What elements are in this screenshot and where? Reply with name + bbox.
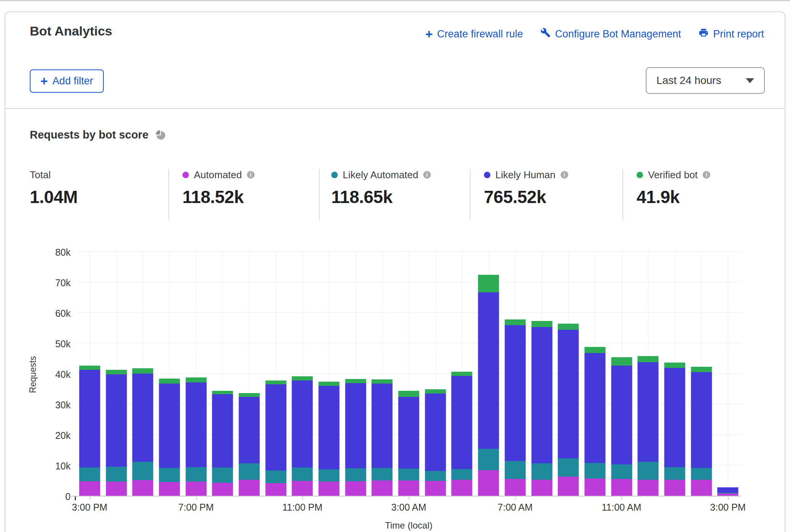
bar-segment-automated[interactable] <box>212 483 233 496</box>
bar-segment-verified-bot[interactable] <box>478 275 499 292</box>
bar-segment-likely-human[interactable] <box>717 487 738 493</box>
bar-segment-automated[interactable] <box>451 480 472 496</box>
bar-segment-likely-human[interactable] <box>425 393 446 471</box>
bar[interactable] <box>239 393 260 496</box>
bar[interactable] <box>664 363 685 496</box>
bar-segment-likely-human[interactable] <box>372 384 393 468</box>
bar-segment-likely-human[interactable] <box>664 368 685 467</box>
bar-segment-automated[interactable] <box>611 479 632 496</box>
bar[interactable] <box>584 347 605 496</box>
stat-likely-automated[interactable]: Likely Automatedi118.65k <box>331 169 431 207</box>
bar-segment-likely-automated[interactable] <box>239 463 260 479</box>
bar-segment-likely-human[interactable] <box>691 372 712 468</box>
bar[interactable] <box>265 380 286 496</box>
bar-segment-likely-automated[interactable] <box>425 471 446 481</box>
info-icon[interactable]: i <box>247 171 255 179</box>
bar-segment-verified-bot[interactable] <box>398 391 419 397</box>
bar-segment-automated[interactable] <box>531 480 552 496</box>
bar-segment-automated[interactable] <box>159 482 180 496</box>
bar[interactable] <box>159 379 180 496</box>
bar-segment-automated[interactable] <box>106 482 127 496</box>
bar-segment-verified-bot[interactable] <box>611 357 632 366</box>
bar-segment-likely-automated[interactable] <box>345 468 366 481</box>
bar-segment-likely-automated[interactable] <box>159 468 180 482</box>
bar-segment-verified-bot[interactable] <box>425 389 446 393</box>
bar-segment-verified-bot[interactable] <box>664 363 685 368</box>
bar-segment-likely-automated[interactable] <box>478 449 499 470</box>
bar-segment-likely-automated[interactable] <box>638 462 659 479</box>
bar[interactable] <box>345 379 366 496</box>
bar-segment-likely-automated[interactable] <box>611 464 632 479</box>
bar[interactable] <box>292 376 313 496</box>
bar-segment-likely-human[interactable] <box>79 370 100 468</box>
print-report-link[interactable]: Print report <box>698 27 764 40</box>
bar[interactable] <box>558 324 579 496</box>
bar-segment-automated[interactable] <box>239 480 260 496</box>
bar-segment-automated[interactable] <box>717 493 738 496</box>
bar-segment-automated[interactable] <box>185 482 206 496</box>
bar[interactable] <box>717 487 738 496</box>
bar[interactable] <box>185 377 206 496</box>
bar-segment-automated[interactable] <box>372 480 393 496</box>
info-icon[interactable]: i <box>423 171 431 179</box>
stat-automated[interactable]: Automatedi118.52k <box>182 169 255 207</box>
create-firewall-rule-link[interactable]: + Create firewall rule <box>425 28 523 40</box>
bar-segment-likely-human[interactable] <box>558 330 579 459</box>
bar-segment-automated[interactable] <box>691 480 712 496</box>
bar-segment-verified-bot[interactable] <box>531 321 552 327</box>
bar-segment-likely-human[interactable] <box>531 327 552 464</box>
bar-segment-likely-automated[interactable] <box>451 469 472 480</box>
bar-segment-likely-automated[interactable] <box>185 467 206 482</box>
bar-segment-verified-bot[interactable] <box>132 368 153 374</box>
bar-segment-automated[interactable] <box>478 470 499 496</box>
bar-segment-likely-automated[interactable] <box>372 468 393 480</box>
bar-segment-likely-human[interactable] <box>239 397 260 463</box>
bar-segment-likely-human[interactable] <box>345 383 366 468</box>
bar-segment-automated[interactable] <box>345 481 366 496</box>
bar-segment-automated[interactable] <box>505 479 526 496</box>
bar[interactable] <box>319 382 340 496</box>
bar-segment-automated[interactable] <box>265 483 286 496</box>
bar-segment-likely-automated[interactable] <box>292 468 313 480</box>
bar[interactable] <box>531 321 552 496</box>
bar-segment-automated[interactable] <box>132 480 153 496</box>
bar-segment-verified-bot[interactable] <box>185 377 206 382</box>
bar-segment-likely-human[interactable] <box>451 376 472 469</box>
bar-segment-automated[interactable] <box>79 481 100 496</box>
bar-segment-automated[interactable] <box>584 479 605 496</box>
bar-segment-verified-bot[interactable] <box>372 379 393 384</box>
bar[interactable] <box>505 319 526 496</box>
bar-segment-likely-automated[interactable] <box>531 463 552 479</box>
bar[interactable] <box>691 367 712 496</box>
bar-segment-verified-bot[interactable] <box>159 379 180 384</box>
bar-segment-verified-bot[interactable] <box>584 347 605 353</box>
bar-segment-likely-automated[interactable] <box>664 467 685 480</box>
bar-segment-verified-bot[interactable] <box>292 376 313 380</box>
bar-segment-automated[interactable] <box>292 481 313 496</box>
bar[interactable] <box>106 370 127 496</box>
stat-verified-bot[interactable]: Verified boti41.9k <box>637 169 710 207</box>
bar[interactable] <box>611 357 632 496</box>
bar-segment-automated[interactable] <box>398 480 419 496</box>
bar-segment-automated[interactable] <box>558 477 579 496</box>
bar[interactable] <box>398 391 419 496</box>
bar-segment-likely-human[interactable] <box>185 382 206 467</box>
bar-segment-verified-bot[interactable] <box>319 382 340 386</box>
bar[interactable] <box>478 275 499 496</box>
bar-segment-likely-automated[interactable] <box>212 468 233 482</box>
bar-segment-likely-human[interactable] <box>638 362 659 462</box>
bar-segment-likely-automated[interactable] <box>106 467 127 482</box>
configure-bot-management-link[interactable]: Configure Bot Management <box>540 27 681 40</box>
bar[interactable] <box>638 356 659 496</box>
bar-segment-automated[interactable] <box>425 481 446 496</box>
bar-segment-likely-automated[interactable] <box>691 468 712 480</box>
bar-segment-likely-human[interactable] <box>584 353 605 463</box>
add-filter-button[interactable]: + Add filter <box>30 69 104 93</box>
bar-segment-likely-automated[interactable] <box>79 468 100 481</box>
bar-segment-verified-bot[interactable] <box>451 372 472 376</box>
bar-segment-likely-human[interactable] <box>159 384 180 468</box>
bar-segment-verified-bot[interactable] <box>638 356 659 362</box>
bar-segment-likely-human[interactable] <box>505 325 526 461</box>
bar-segment-likely-human[interactable] <box>132 374 153 462</box>
bar-segment-automated[interactable] <box>664 480 685 496</box>
